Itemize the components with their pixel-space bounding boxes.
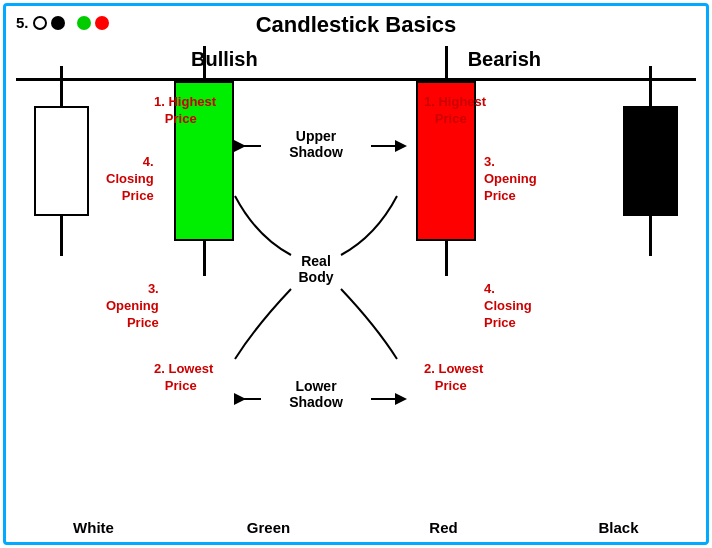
- label-white: White: [49, 519, 139, 536]
- label-red: Red: [399, 519, 489, 536]
- label-green: Green: [224, 519, 314, 536]
- wick-bottom-green: [203, 241, 206, 276]
- candle-red: [416, 46, 476, 276]
- label-black: Black: [574, 519, 664, 536]
- title-area: Candlestick Basics: [6, 12, 706, 38]
- bottom-labels-row: White Green Red Black: [6, 519, 706, 536]
- label-bearish-opening: 3. Opening Price: [484, 154, 537, 205]
- wick-top-red: [445, 46, 448, 81]
- label-bearish-highest: 1. Highest Price: [424, 94, 486, 128]
- body-black: [623, 106, 678, 216]
- label-bullish-highest: 1. Highest Price: [154, 94, 216, 128]
- wick-top-green: [203, 46, 206, 81]
- wick-bottom-white: [60, 216, 63, 256]
- label-bullish-opening: 3. Opening Price: [106, 281, 159, 332]
- body-white: [34, 106, 89, 216]
- svg-text:Lower: Lower: [295, 378, 337, 394]
- wick-top-black: [649, 66, 652, 106]
- candle-black: [623, 66, 678, 256]
- candle-green: [174, 46, 234, 276]
- svg-text:Shadow: Shadow: [289, 144, 343, 160]
- svg-text:Body: Body: [299, 269, 334, 285]
- bearish-header: Bearish: [468, 48, 541, 71]
- svg-text:Real: Real: [301, 253, 331, 269]
- label-bullish-lowest: 2. Lowest Price: [154, 361, 213, 395]
- label-bullish-closing: 4. Closing Price: [106, 154, 154, 205]
- main-container: 5. Candlestick Basics Bullish Bearish: [3, 3, 709, 545]
- headers-row: Bullish Bearish: [6, 48, 706, 71]
- label-bearish-closing: 4. Closing Price: [484, 281, 532, 332]
- candle-white: [34, 66, 89, 256]
- page-title: Candlestick Basics: [256, 12, 457, 37]
- wick-bottom-black: [649, 216, 652, 256]
- wick-top-white: [60, 66, 63, 106]
- svg-text:Shadow: Shadow: [289, 394, 343, 410]
- divider-line: [16, 78, 696, 81]
- wick-bottom-red: [445, 241, 448, 276]
- label-bearish-lowest: 2. Lowest Price: [424, 361, 483, 395]
- upper-shadow-label: Upper: [296, 128, 337, 144]
